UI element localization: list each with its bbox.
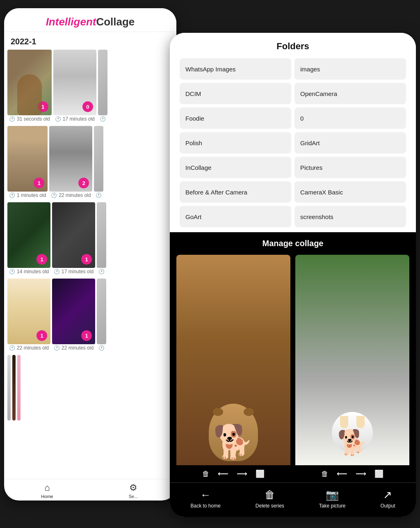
photo-item[interactable]: [12, 355, 16, 421]
folder-label: screenshots: [300, 213, 333, 220]
folder-goart[interactable]: GoArt: [180, 206, 291, 227]
photo-meta: 🕐 14 minutes old: [7, 268, 50, 277]
delete-series-label: Delete series: [256, 503, 284, 509]
output-button[interactable]: ↗ Output: [380, 489, 395, 509]
folder-label: WhatsApp Images: [185, 66, 236, 73]
collage-toolbar-1: 🗑 ⟵ ⟶ ⬜: [176, 465, 290, 482]
manage-section: Manage collage 🗑 ⟵ ⟶ ⬜: [170, 232, 416, 517]
align-left-button-2[interactable]: ⟵: [335, 469, 349, 479]
take-picture-button[interactable]: 📷 Take picture: [319, 489, 346, 509]
clock-icon: 🕐: [9, 269, 15, 274]
photo-row: 1 🕐 22 minutes old 1 🕐 22 minutes old: [7, 279, 173, 353]
delete-image-button-2[interactable]: 🗑: [320, 469, 330, 479]
delete-series-button[interactable]: 🗑 Delete series: [256, 489, 284, 509]
photo-badge: 1: [37, 330, 47, 341]
photo-badge: 1: [38, 101, 48, 112]
folder-label: images: [300, 66, 320, 73]
bottom-action-bar: ← Back to home 🗑 Delete series 📷 Take pi…: [170, 482, 416, 517]
photo-item[interactable]: [97, 202, 106, 268]
back-to-home-button[interactable]: ← Back to home: [190, 489, 220, 509]
photo-item[interactable]: 0: [53, 50, 96, 115]
collage-image-1[interactable]: [176, 255, 290, 465]
folder-gridart[interactable]: GridArt: [294, 132, 406, 153]
nav-settings-label: Se...: [129, 494, 138, 499]
folder-incollage[interactable]: InCollage: [180, 157, 291, 178]
photo-age: 17 minutes old: [62, 269, 94, 274]
manage-title: Manage collage: [170, 232, 416, 255]
photo-item[interactable]: 2: [49, 126, 92, 192]
compare-button[interactable]: ⬜: [254, 469, 266, 479]
photo-age: 22 minutes old: [17, 345, 49, 351]
photo-row: 1 🕐 1 minutes old 2 🕐 22 minutes old: [7, 126, 173, 201]
back-to-home-label: Back to home: [190, 503, 220, 509]
folder-zero[interactable]: 0: [294, 107, 406, 129]
folder-camerax[interactable]: CameraX Basic: [294, 181, 406, 203]
photo-meta: 🕐: [98, 115, 107, 124]
photo-meta: [17, 421, 21, 424]
folder-label: InCollage: [185, 164, 211, 171]
compare-button-2[interactable]: ⬜: [373, 469, 385, 479]
photo-row: 1 🕐 14 minutes old 1 🕐 17 minutes old: [7, 202, 173, 277]
settings-icon: ⚙: [129, 482, 137, 493]
align-right-button-2[interactable]: ⟶: [354, 469, 368, 479]
folder-label: OpenCamera: [300, 90, 337, 97]
folder-whatsapp[interactable]: WhatsApp Images: [180, 58, 291, 80]
photo-item[interactable]: 1: [7, 279, 50, 344]
photo-row: [7, 355, 173, 424]
clock-icon: 🕐: [98, 269, 105, 274]
photo-meta: 🕐 17 minutes old: [53, 115, 96, 124]
photo-age: 1 minutes old: [17, 192, 46, 198]
back-icon: ←: [200, 489, 211, 501]
photo-meta: 🕐 22 minutes old: [49, 192, 92, 201]
photo-item[interactable]: [97, 279, 106, 344]
folder-before-after[interactable]: Before & After Camera: [180, 181, 291, 203]
output-label: Output: [380, 503, 395, 509]
bottom-nav: ⌂ Home ⚙ Se...: [4, 479, 176, 501]
folder-grid: WhatsApp Images images DCIM OpenCamera F…: [180, 58, 406, 227]
photo-item[interactable]: [7, 355, 11, 421]
photo-badge: 1: [34, 178, 44, 188]
align-left-button[interactable]: ⟵: [216, 469, 230, 479]
photo-badge: 2: [78, 178, 89, 188]
photo-item[interactable]: 1: [7, 126, 48, 192]
align-right-button[interactable]: ⟶: [235, 469, 249, 479]
photo-item[interactable]: 1: [52, 279, 95, 344]
photo-item[interactable]: 1: [7, 50, 52, 115]
photo-item[interactable]: 1: [7, 202, 50, 268]
folder-label: 0: [300, 115, 304, 122]
photo-age: 17 minutes old: [63, 116, 95, 122]
photo-age: 22 minutes old: [62, 345, 94, 351]
folders-title: Folders: [180, 41, 406, 52]
clock-icon: 🕐: [98, 345, 105, 351]
photo-age: 31 seconds old: [17, 116, 50, 122]
home-icon: ⌂: [44, 482, 50, 493]
photo-item[interactable]: [94, 126, 103, 192]
delete-image-button[interactable]: 🗑: [201, 469, 211, 479]
folder-label: DCIM: [185, 90, 201, 97]
clock-icon: 🕐: [55, 116, 61, 122]
folder-foodie[interactable]: Foodie: [180, 107, 291, 129]
photo-meta: [7, 421, 11, 424]
nav-home[interactable]: ⌂ Home: [4, 482, 90, 499]
collage-image-2[interactable]: [295, 255, 409, 465]
photo-item[interactable]: [17, 355, 21, 421]
take-picture-label: Take picture: [319, 503, 346, 509]
clock-icon: 🕐: [54, 345, 60, 351]
photo-meta: 🕐 22 minutes old: [7, 344, 50, 353]
folder-label: GridArt: [300, 139, 320, 146]
folder-images[interactable]: images: [294, 58, 406, 80]
photo-item[interactable]: [98, 50, 107, 115]
app-title-collage: Collage: [96, 16, 135, 28]
folder-dcim[interactable]: DCIM: [180, 83, 291, 104]
photo-item[interactable]: 1: [52, 202, 95, 268]
folder-opencamera[interactable]: OpenCamera: [294, 83, 406, 104]
folder-screenshots[interactable]: screenshots: [294, 206, 406, 227]
folders-section: Folders WhatsApp Images images DCIM Open…: [170, 33, 416, 232]
clock-icon: 🕐: [9, 345, 15, 351]
folder-polish[interactable]: Polish: [180, 132, 291, 153]
folder-pictures[interactable]: Pictures: [294, 157, 406, 178]
photo-meta: 🕐: [94, 192, 103, 201]
photo-age: 22 minutes old: [59, 192, 91, 198]
clock-icon: 🕐: [9, 116, 15, 122]
nav-settings[interactable]: ⚙ Se...: [90, 482, 176, 499]
